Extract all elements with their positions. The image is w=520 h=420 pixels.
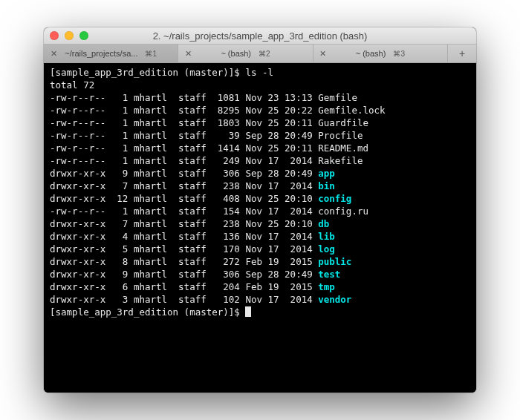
- ls-meta: drwxr-xr-x 9 mhartl staff 306 Sep 28 20:…: [50, 168, 318, 179]
- ls-row: drwxr-xr-x 4 mhartl staff 136 Nov 17 201…: [50, 230, 470, 243]
- ls-filename: lib: [318, 231, 335, 242]
- ls-row: drwxr-xr-x 9 mhartl staff 306 Sep 28 20:…: [50, 167, 470, 180]
- ls-meta: drwxr-xr-x 8 mhartl staff 272 Feb 19 201…: [50, 256, 318, 267]
- ls-filename: Gemfile.lock: [318, 105, 385, 116]
- cursor: [245, 306, 251, 317]
- ls-row: drwxr-xr-x 7 mhartl staff 238 Nov 25 20:…: [50, 217, 470, 230]
- ls-row: drwxr-xr-x 5 mhartl staff 170 Nov 17 201…: [50, 243, 470, 255]
- add-tab-button[interactable]: +: [448, 45, 476, 62]
- ls-row: -rw-r--r-- 1 mhartl staff 249 Nov 17 201…: [50, 154, 470, 167]
- ls-row: drwxr-xr-x 12 mhartl staff 408 Nov 25 20…: [50, 192, 470, 205]
- traffic-lights: [50, 31, 88, 40]
- terminal-output[interactable]: [sample_app_3rd_edition (master)]$ ls -l…: [44, 63, 476, 393]
- window-title: 2. ~/rails_projects/sample_app_3rd_editi…: [44, 30, 476, 42]
- tabbar: ✕~/rails_projects/sa...⌘1✕~ (bash)⌘2✕~ (…: [44, 45, 476, 63]
- ls-filename: db: [318, 218, 329, 229]
- prompt: [sample_app_3rd_edition (master)]$: [50, 306, 240, 318]
- ls-meta: drwxr-xr-x 12 mhartl staff 408 Nov 25 20…: [50, 193, 318, 204]
- ls-filename: public: [318, 256, 351, 267]
- prompt-line: [sample_app_3rd_edition (master)]$: [50, 306, 470, 318]
- tab-close-icon[interactable]: ✕: [318, 48, 328, 59]
- tab-shortcut: ⌘1: [145, 50, 157, 58]
- ls-filename: log: [318, 243, 335, 255]
- ls-filename: Guardfile: [318, 117, 368, 128]
- ls-row: drwxr-xr-x 3 mhartl staff 102 Nov 17 201…: [50, 293, 470, 306]
- ls-filename: README.md: [318, 142, 368, 154]
- zoom-icon[interactable]: [79, 31, 88, 40]
- tab-close-icon[interactable]: ✕: [183, 48, 193, 59]
- ls-row: -rw-r--r-- 1 mhartl staff 1081 Nov 23 13…: [50, 91, 470, 104]
- minimize-icon[interactable]: [65, 31, 74, 40]
- ls-filename: Procfile: [318, 130, 363, 141]
- ls-meta: drwxr-xr-x 7 mhartl staff 238 Nov 17 201…: [50, 180, 318, 191]
- command: ls -l: [245, 67, 273, 78]
- prompt-line: [sample_app_3rd_edition (master)]$ ls -l: [50, 66, 470, 79]
- ls-filename: Rakefile: [318, 155, 363, 166]
- ls-row: drwxr-xr-x 7 mhartl staff 238 Nov 17 201…: [50, 180, 470, 192]
- ls-row: drwxr-xr-x 6 mhartl staff 204 Feb 19 201…: [50, 280, 470, 293]
- ls-filename: app: [318, 168, 335, 179]
- ls-filename: Gemfile: [318, 92, 357, 103]
- ls-row: -rw-r--r-- 1 mhartl staff 1414 Nov 25 20…: [50, 142, 470, 154]
- ls-row: drwxr-xr-x 8 mhartl staff 272 Feb 19 201…: [50, 255, 470, 268]
- ls-meta: drwxr-xr-x 3 mhartl staff 102 Nov 17 201…: [50, 294, 318, 305]
- ls-meta: drwxr-xr-x 6 mhartl staff 204 Feb 19 201…: [50, 281, 318, 292]
- ls-meta: -rw-r--r-- 1 mhartl staff 1803 Nov 25 20…: [50, 117, 318, 128]
- ls-row: -rw-r--r-- 1 mhartl staff 39 Sep 28 20:4…: [50, 129, 470, 142]
- ls-filename: tmp: [318, 281, 335, 292]
- tab-shortcut: ⌘2: [259, 50, 270, 58]
- tab-2[interactable]: ✕~ (bash)⌘3: [313, 45, 448, 62]
- ls-filename: config.ru: [318, 206, 368, 217]
- tab-close-icon[interactable]: ✕: [48, 48, 59, 59]
- close-icon[interactable]: [50, 31, 59, 40]
- ls-filename: bin: [318, 180, 335, 191]
- terminal-window: 2. ~/rails_projects/sample_app_3rd_editi…: [44, 27, 476, 393]
- ls-meta: drwxr-xr-x 4 mhartl staff 136 Nov 17 201…: [50, 231, 318, 242]
- ls-meta: drwxr-xr-x 9 mhartl staff 306 Sep 28 20:…: [50, 269, 318, 280]
- tab-1[interactable]: ✕~ (bash)⌘2: [178, 45, 313, 62]
- prompt: [sample_app_3rd_edition (master)]$: [50, 67, 240, 78]
- ls-row: -rw-r--r-- 1 mhartl staff 1803 Nov 25 20…: [50, 117, 470, 129]
- ls-meta: drwxr-xr-x 5 mhartl staff 170 Nov 17 201…: [50, 243, 318, 255]
- ls-meta: -rw-r--r-- 1 mhartl staff 1414 Nov 25 20…: [50, 142, 318, 154]
- tab-0[interactable]: ✕~/rails_projects/sa...⌘1: [44, 45, 178, 62]
- tab-label: ~ (bash): [356, 49, 386, 58]
- ls-meta: -rw-r--r-- 1 mhartl staff 249 Nov 17 201…: [50, 155, 318, 166]
- tab-shortcut: ⌘3: [393, 50, 405, 58]
- ls-meta: -rw-r--r-- 1 mhartl staff 39 Sep 28 20:4…: [50, 130, 318, 141]
- ls-row: -rw-r--r-- 1 mhartl staff 8295 Nov 25 20…: [50, 104, 470, 117]
- ls-meta: -rw-r--r-- 1 mhartl staff 1081 Nov 23 13…: [50, 92, 318, 103]
- ls-row: -rw-r--r-- 1 mhartl staff 154 Nov 17 201…: [50, 205, 470, 217]
- ls-filename: vendor: [318, 294, 351, 305]
- ls-row: drwxr-xr-x 9 mhartl staff 306 Sep 28 20:…: [50, 268, 470, 280]
- ls-filename: test: [318, 269, 340, 280]
- ls-filename: config: [318, 193, 351, 204]
- ls-meta: -rw-r--r-- 1 mhartl staff 8295 Nov 25 20…: [50, 105, 318, 116]
- tab-label: ~/rails_projects/sa...: [65, 49, 137, 58]
- total-line: total 72: [50, 79, 470, 91]
- titlebar[interactable]: 2. ~/rails_projects/sample_app_3rd_editi…: [44, 27, 476, 45]
- tab-label: ~ (bash): [221, 49, 251, 58]
- ls-meta: -rw-r--r-- 1 mhartl staff 154 Nov 17 201…: [50, 206, 318, 217]
- ls-meta: drwxr-xr-x 7 mhartl staff 238 Nov 25 20:…: [50, 218, 318, 229]
